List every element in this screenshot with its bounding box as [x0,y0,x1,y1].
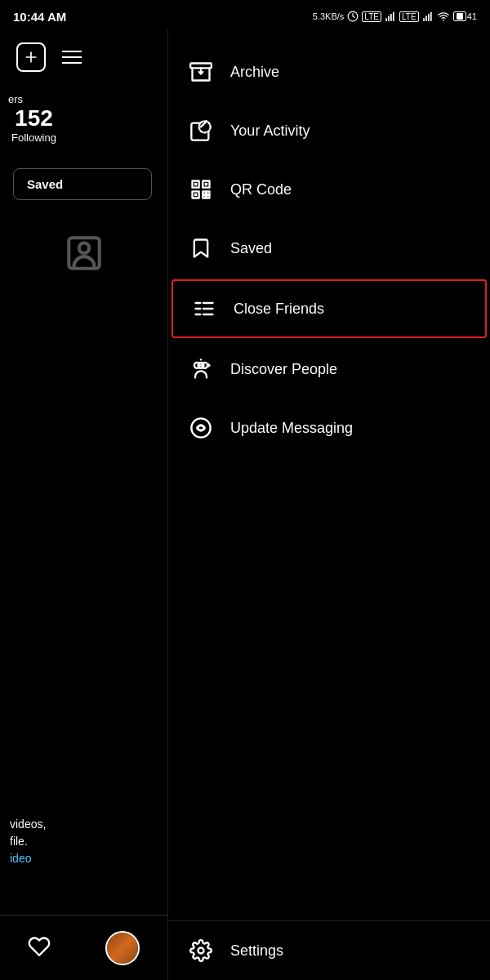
heart-nav-button[interactable] [28,935,51,961]
settings-icon [188,938,214,964]
followers-prefix: ers [8,93,23,105]
close-friends-label: Close Friends [234,301,324,318]
status-bar: 10:44 AM 5.3KB/s LTE LTE 41 [0,0,490,29]
menu-item-archive[interactable]: Archive [168,42,490,101]
footer-line1: videos, [10,816,46,833]
svg-rect-6 [425,16,427,20]
svg-rect-21 [205,183,208,186]
settings-menu-item[interactable]: Settings [168,920,490,980]
saved-button[interactable]: Saved [13,168,152,200]
content-placeholder [0,233,167,274]
person-icon [64,233,105,274]
lte-indicator: LTE [362,11,381,22]
svg-rect-23 [203,191,206,194]
status-time: 10:44 AM [13,10,66,24]
svg-rect-8 [430,12,431,21]
plus-icon [23,49,39,65]
svg-point-41 [198,948,204,954]
signal-icon-1 [385,11,396,22]
svg-rect-3 [390,14,392,21]
bookmark-icon [188,235,214,261]
svg-rect-22 [194,194,198,197]
svg-rect-7 [428,14,430,21]
app-layout: ers 152 Following Saved videos, file. [0,29,490,980]
menu-item-discover-people[interactable]: Discover People [168,340,490,399]
hamburger-line-2 [62,56,82,58]
hamburger-line-3 [62,62,82,64]
menu-item-saved[interactable]: Saved [168,219,490,278]
menu-item-close-friends[interactable]: Close Friends [172,279,487,338]
signal-icon-2 [422,11,434,22]
profile-stats: ers 152 Following [0,85,167,160]
svg-rect-4 [393,12,394,21]
archive-label: Archive [230,64,279,81]
svg-rect-2 [388,16,390,20]
update-messaging-label: Update Messaging [230,420,353,437]
svg-point-40 [198,425,204,431]
activity-icon [188,118,214,144]
right-panel: Archive Your Activity [167,29,490,980]
svg-rect-26 [207,195,210,198]
discover-people-label: Discover People [230,361,337,378]
svg-point-31 [198,308,199,310]
svg-rect-20 [194,183,198,186]
your-activity-label: Your Activity [230,122,310,140]
menu-item-update-messaging[interactable]: Update Messaging [168,399,490,457]
qr-code-label: QR Code [230,181,292,198]
footer-text: videos, file. ideo [0,809,56,874]
network-speed: 5.3KB/s [313,11,345,21]
menu-list: Archive Your Activity [168,42,490,457]
archive-icon [188,59,214,85]
battery-indicator: 41 [453,11,477,21]
following-label: Following [11,131,56,144]
hamburger-line-1 [62,51,82,52]
svg-point-32 [198,314,199,315]
saved-menu-label: Saved [230,240,272,257]
svg-rect-24 [207,191,210,194]
clock-icon [347,11,359,22]
svg-point-13 [78,243,89,254]
discover-icon [188,356,214,382]
footer-line2: file. [10,833,46,850]
avatar-nav-button[interactable] [105,931,140,965]
battery-level: 41 [467,11,477,21]
left-panel: ers 152 Following Saved videos, file. [0,29,167,980]
settings-label: Settings [230,942,283,960]
bottom-nav [0,915,167,980]
wifi-icon [437,11,450,22]
following-count: 152 [15,105,53,131]
close-friends-icon [191,296,217,322]
menu-item-qr-code[interactable]: QR Code [168,160,490,219]
svg-rect-25 [203,195,206,198]
svg-rect-1 [385,18,387,21]
svg-point-39 [191,418,210,437]
messaging-icon [188,415,214,441]
hamburger-button[interactable] [62,51,82,64]
svg-point-30 [198,302,199,304]
heart-icon [28,935,51,958]
footer-link[interactable]: ideo [10,852,31,865]
status-icons: 5.3KB/s LTE LTE 41 [313,11,477,22]
lte-indicator-2: LTE [399,11,419,22]
header-actions [0,29,167,85]
qr-icon [188,176,214,203]
menu-item-your-activity[interactable]: Your Activity [168,101,490,160]
new-post-button[interactable] [16,42,46,72]
svg-rect-5 [423,18,425,21]
